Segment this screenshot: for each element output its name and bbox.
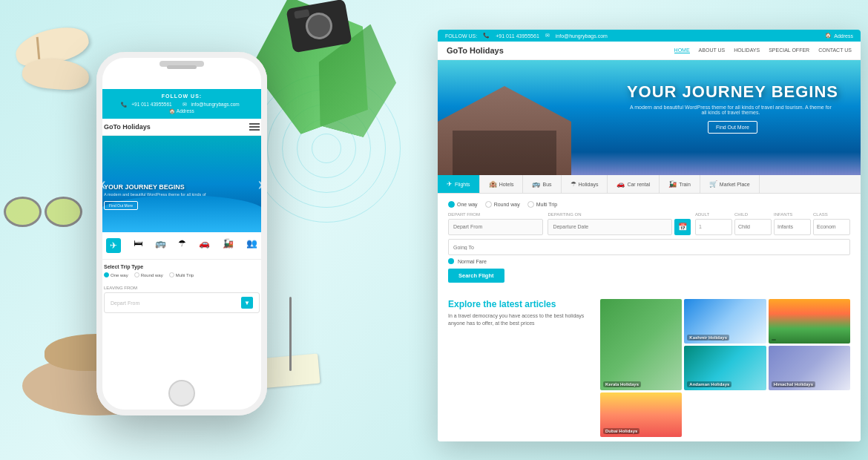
infants-input[interactable] [774, 219, 811, 235]
article-card-top-right[interactable] [769, 299, 850, 344]
desktop-nav-home[interactable]: HOME [674, 47, 690, 53]
phone-icon-tabs[interactable]: ✈ 🛏 🚌 ☂ 🚗 🚂 👥 [96, 232, 267, 260]
desktop-radio-dot-one-way [448, 201, 455, 208]
desktop-radio-round-way-label: Round way [494, 202, 520, 207]
desktop-nav-contact[interactable]: CONTACT US [818, 47, 852, 53]
desktop-radio-round-way[interactable]: Round way [485, 201, 520, 208]
departure-date-inner: DEPARTING ON [548, 212, 672, 235]
search-flight-button[interactable]: Search Flight [448, 269, 504, 283]
car-tab-label: Car rental [627, 182, 650, 187]
article-card-andaman[interactable]: Andaman Holidays [684, 346, 766, 390]
desktop-tab-train[interactable]: 🚂 Train [660, 175, 700, 193]
desktop-radio-one-way[interactable]: One way [448, 201, 478, 208]
phone-umbrella-icon: ☂ [178, 238, 186, 249]
normal-fare-label: Normal Fare [458, 259, 487, 264]
phone-radio-multi-trip[interactable]: Multi Trip [169, 272, 194, 277]
desktop-email-icon: ✉ [545, 33, 550, 39]
sunglasses-prop [0, 193, 89, 234]
phone-tab-car[interactable]: 🚗 [199, 238, 210, 253]
desktop-tab-bus[interactable]: 🚌 Bus [523, 175, 561, 193]
desktop-tab-hotels[interactable]: 🏨 Hotels [480, 175, 524, 193]
class-col-label: CLASS [813, 212, 850, 217]
phone-nav-title: GoTo Holidays [104, 123, 151, 131]
desktop-nav-special[interactable]: SPECIAL OFFER [769, 47, 809, 53]
desktop-radio-dot-multi-trip [527, 201, 534, 208]
calendar-icon-btn[interactable]: 📅 [674, 219, 691, 235]
phone-car-icon: 🚗 [199, 238, 210, 249]
desktop-top-bar-right: 🏠 Address [825, 33, 853, 39]
desktop-nav-links: HOME ABOUT US HOLIDAYS SPECIAL OFFER CON… [674, 47, 852, 53]
phone-tab-group[interactable]: 👥 [246, 238, 257, 253]
train-tab-icon: 🚂 [668, 180, 677, 188]
desktop-nav-about[interactable]: ABOUT US [699, 47, 726, 53]
hotels-tab-icon: 🏨 [489, 180, 497, 188]
article-card-dubai[interactable]: Dubai Holidays [600, 392, 682, 437]
phone-tab-hotels[interactable]: 🛏 [134, 238, 142, 253]
hamburger-menu[interactable] [249, 123, 260, 131]
desktop-radio-multi-trip[interactable]: Multi Trip [527, 201, 557, 208]
desktop-tab-car-rental[interactable]: 🚗 Car rental [608, 175, 660, 193]
phone-radio-round-way[interactable]: Round way [134, 272, 163, 277]
articles-left-panel: Explore the latest articles In a travel … [448, 299, 593, 437]
desktop-tab-marketplace[interactable]: 🛒 Market Place [700, 175, 760, 193]
earphone-wire [289, 297, 292, 371]
phone-radio-one-way[interactable]: One way [104, 272, 128, 277]
departure-date-input[interactable] [548, 219, 672, 235]
desktop-follow-label: FOLLOW US: [445, 33, 477, 39]
phone-radio-label-multi-trip: Multi Trip [176, 273, 194, 277]
flights-tab-icon: ✈ [447, 180, 453, 188]
desktop-tabs: ✈ Flights 🏨 Hotels 🚌 Bus ☂ Holidays 🚗 Ca… [438, 175, 861, 194]
phone-tab-umbrella[interactable]: ☂ [178, 238, 186, 253]
desktop-screenshot: FOLLOW US: 📞 +91 011 43955561 ✉ info@hun… [438, 30, 861, 441]
phone-tab-train[interactable]: 🚂 [223, 238, 234, 253]
phone-tab-bus[interactable]: 🚌 [155, 238, 166, 253]
class-input[interactable] [813, 219, 850, 235]
phone-mockup: FOLLOW US: 📞 +91 011 43955561 ✉ info@hun… [96, 52, 267, 415]
desktop-hero-title: YOUR JOURNEY BEGINS [627, 82, 838, 102]
phone-trip-radio-group: One way Round way Multi Trip [104, 272, 260, 277]
article-card-kerala[interactable]: Kerala Holidays [600, 299, 682, 390]
infant-col-label: INFANTS [774, 212, 811, 217]
phone-depart-arrow-btn[interactable]: ▼ [241, 297, 253, 309]
holidays-tab-icon: ☂ [571, 180, 576, 188]
desktop-tab-flights[interactable]: ✈ Flights [438, 175, 480, 193]
going-to-row [448, 239, 850, 256]
desktop-nav-holidays[interactable]: HOLIDAYS [734, 47, 760, 53]
hamburger-line-3 [249, 129, 260, 131]
desktop-top-email: info@hungrybags.com [556, 33, 608, 39]
desktop-find-out-more-button[interactable]: Find Out More [708, 121, 757, 134]
depart-from-input[interactable] [448, 219, 543, 235]
phone-hero-arrow-left[interactable]: ❮ [100, 180, 106, 188]
phone-leaving-from-label: LEAVING FROM [96, 286, 267, 290]
desktop-hero-hut [438, 86, 571, 175]
desktop-articles-section: Explore the latest articles In a travel … [438, 290, 861, 441]
article-card-kashmir[interactable]: Kashmir Holidays [684, 299, 766, 344]
phone-hero: YOUR JOURNEY BEGINS A modern and beautif… [96, 136, 267, 232]
desktop-phone-icon: 📞 [483, 33, 490, 39]
phone-home-button[interactable] [168, 380, 195, 407]
phone-hero-arrow-right[interactable]: ❯ [257, 180, 263, 188]
phone-contact-row: 📞 +91 011 43955561 ✉ info@hungrybags.com [104, 100, 260, 108]
phone-trip-type-section: Select Trip Type One way Round way Multi… [96, 260, 267, 282]
himachal-holidays-label: Himachal Holidays [772, 381, 815, 387]
going-to-input[interactable] [448, 239, 850, 255]
article-card-himachal[interactable]: Himachal Holidays [769, 346, 850, 390]
articles-section-title: Explore the latest articles [448, 299, 593, 309]
phone-depart-from-input[interactable]: Depart From ▼ [104, 292, 260, 313]
phone-tab-flights[interactable]: ✈ [106, 238, 121, 253]
phone-find-out-more-button[interactable]: Find Out More [104, 201, 138, 210]
desktop-nav-logo[interactable]: GoTo Holidays [447, 46, 504, 55]
phone-radio-label-round-way: Round way [141, 273, 163, 277]
child-input[interactable] [734, 219, 772, 235]
adult-input[interactable] [695, 219, 732, 235]
articles-grid: Kerala Holidays Kashmir Holidays Andaman… [600, 299, 850, 437]
phone-radio-dot-multi-trip [169, 272, 174, 277]
phone-flights-icon: ✈ [110, 240, 117, 251]
phone-screen-content: FOLLOW US: 📞 +91 011 43955561 ✉ info@hun… [96, 89, 267, 375]
andaman-holidays-label: Andaman Holidays [687, 381, 731, 387]
hamburger-line-1 [249, 123, 260, 125]
phone-hotels-icon: 🛏 [134, 238, 142, 249]
bus-tab-icon: 🚌 [532, 180, 540, 188]
car-tab-icon: 🚗 [617, 180, 625, 188]
desktop-tab-holidays[interactable]: ☂ Holidays [562, 175, 608, 193]
